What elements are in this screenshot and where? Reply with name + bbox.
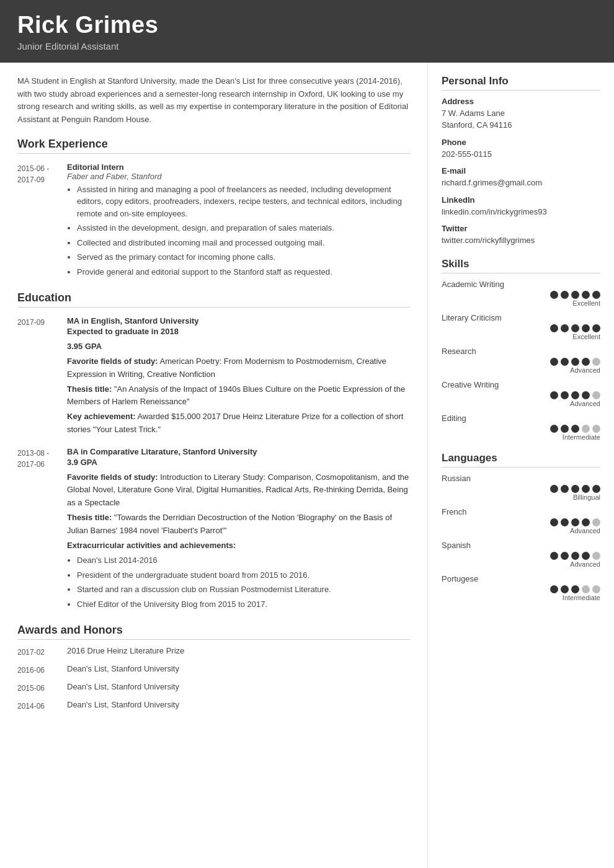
edu-bullet: President of the undergraduate student b… [77,569,410,582]
lang-dots [442,552,600,560]
award-date: 2017-02 [17,646,67,658]
work-bullet: Assisted in the development, design, and… [77,222,410,234]
header: Rick Grimes Junior Editorial Assistant [0,0,614,63]
edu-bullet: Chief Editor of the University Blog from… [77,598,410,611]
skill-dot-filled [561,291,569,299]
skill-dot-filled [571,358,579,366]
lang-dot-filled [550,485,558,493]
lang-dot-filled [592,485,600,493]
skill-dot-filled [561,324,569,332]
lang-dot-empty [592,518,600,526]
skill-name: Literary Criticism [442,313,600,322]
edu-detail: Favorite fields of study: Introduction t… [67,471,410,510]
skill-name: Research [442,347,600,356]
work-experience-heading: Work Experience [17,138,410,154]
languages-heading: Languages [442,452,600,467]
lang-name: French [442,507,600,516]
lang-dot-filled [582,485,590,493]
lang-row: RussianBillingual [442,474,600,501]
skill-dot-empty [592,425,600,433]
lang-dot-filled [582,552,590,560]
address-value: 7 W. Adams LaneStanford, CA 94116 [442,107,600,131]
lang-dot-filled [561,518,569,526]
skill-dot-empty [592,358,600,366]
skill-dot-filled [561,358,569,366]
header-title: Junior Editorial Assistant [17,41,597,51]
lang-dot-empty [582,585,590,593]
lang-row: PortugeseIntermediate [442,574,600,601]
skill-level: Advanced [442,366,600,374]
skill-dot-filled [582,391,590,399]
edu-detail: Key achievement: Awarded $15,000 2017 Dr… [67,410,410,436]
summary-text: MA Student in English at Stanford Univer… [17,75,410,126]
skill-dots [442,324,600,332]
email-block: E-mail richard.f.grimes@gmail.com [442,166,600,189]
edu-detail: Favorite fields of study: American Poetr… [67,355,410,381]
twitter-block: Twitter twitter.com/rickyfillygrimes [442,224,600,247]
lang-dot-filled [571,485,579,493]
skill-dot-filled [550,425,558,433]
skill-dots [442,425,600,433]
body-wrap: MA Student in English at Stanford Univer… [0,63,614,868]
skill-row: EditingIntermediate [442,414,600,441]
lang-row: FrenchAdvanced [442,507,600,534]
linkedin-value: linkedin.com/in/rickygrimes93 [442,206,600,218]
edu-detail: Thesis title: "An Analysis of the Impact… [67,383,410,409]
email-value: richard.f.grimes@gmail.com [442,177,600,189]
lang-name: Spanish [442,541,600,550]
award-date: 2015-06 [17,682,67,694]
skill-dot-filled [582,358,590,366]
skill-dot-filled [571,324,579,332]
skill-level: Excellent [442,333,600,340]
edu-detail: Thesis title: "Towards the Derridian Dec… [67,512,410,538]
lang-row: SpanishAdvanced [442,541,600,568]
skill-dot-filled [571,291,579,299]
linkedin-block: LinkedIn linkedin.com/in/rickygrimes93 [442,195,600,218]
edu-detail: 3.95 GPA [67,340,410,353]
address-label: Address [442,97,600,106]
edu-date: 2017-09 [17,316,67,438]
skill-name: Creative Writing [442,380,600,389]
main-column: MA Student in English at Stanford Univer… [0,63,428,868]
skill-dots [442,391,600,399]
lang-dot-filled [571,552,579,560]
award-entry: 2017-022016 Drue Heinz Literature Prize [17,646,410,658]
lang-dot-filled [571,518,579,526]
work-subtitle: Faber and Faber, Stanford [67,172,410,181]
skill-level: Excellent [442,299,600,307]
edu-degree: BA in Comparative Litarature, Stanford U… [67,447,410,456]
work-title: Editorial Intern [67,162,410,172]
edu-bullet: Started and ran a discussion club on Rus… [77,583,410,596]
phone-block: Phone 202-555-0115 [442,138,600,161]
skills-heading: Skills [442,258,600,273]
lang-dot-filled [550,518,558,526]
skill-row: Academic WritingExcellent [442,280,600,307]
skill-dot-filled [592,291,600,299]
edu-bullet: Dean's List 2014-2016 [77,554,410,567]
lang-dot-empty [592,585,600,593]
skill-dot-filled [561,425,569,433]
work-entry: 2015-06 - 2017-09Editorial InternFaber a… [17,162,410,281]
award-entry: 2014-06Dean's List, Stanford University [17,700,410,712]
sidebar: Personal Info Address 7 W. Adams LaneSta… [428,63,614,625]
edu-entry: 2017-09MA in English, Stanford Universit… [17,316,410,438]
edu-date: 2013-08 - 2017-06 [17,447,67,613]
work-content: Editorial InternFaber and Faber, Stanfor… [67,162,410,281]
lang-level: Intermediate [442,594,600,601]
skill-dot-filled [550,291,558,299]
linkedin-label: LinkedIn [442,195,600,205]
skill-dot-filled [571,425,579,433]
languages-list: RussianBillingualFrenchAdvancedSpanishAd… [442,474,600,601]
lang-dots [442,518,600,526]
edu-degree: MA in English, Stanford University [67,316,410,326]
email-label: E-mail [442,166,600,175]
header-name: Rick Grimes [17,12,597,38]
skill-dots [442,291,600,299]
lang-name: Russian [442,474,600,483]
edu-content: MA in English, Stanford UniversityExpect… [67,316,410,438]
lang-name: Portugese [442,574,600,583]
lang-dot-filled [582,518,590,526]
work-bullet: Provide general and editorial support to… [77,266,410,278]
twitter-label: Twitter [442,224,600,233]
skill-dot-filled [550,358,558,366]
